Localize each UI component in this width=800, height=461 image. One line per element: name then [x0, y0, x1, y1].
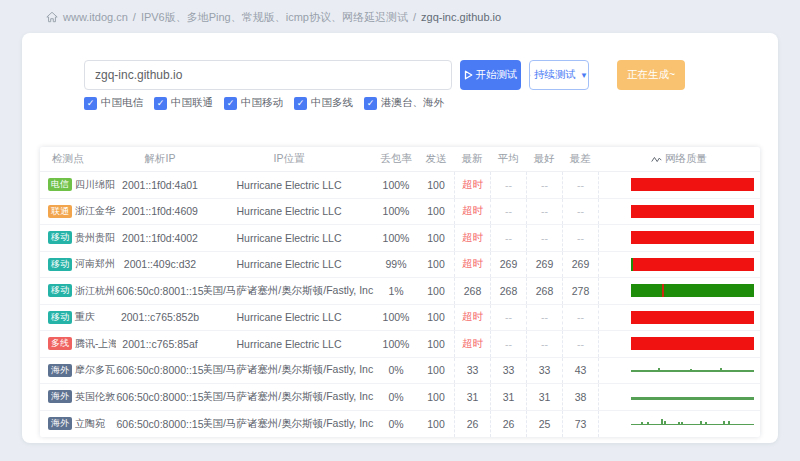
cell-best: 31: [526, 384, 562, 410]
filter-item-2[interactable]: ✓中国移动: [224, 96, 283, 110]
column-header-6: 平均: [490, 147, 526, 171]
column-header-label: 解析IP: [145, 152, 176, 166]
cell-sent: 100: [418, 199, 454, 225]
cell-location: Hurricane Electric LLC: [204, 331, 374, 357]
filter-label: 中国电信: [101, 96, 143, 110]
check-icon[interactable]: ✓: [224, 97, 237, 110]
cell-latest: 33: [454, 358, 490, 384]
column-header-label: 检测点: [52, 152, 84, 166]
sparkline-spike: [678, 422, 680, 424]
cell-worst: --: [562, 225, 598, 251]
filter-label: 中国多线: [311, 96, 353, 110]
sparkline-spike: [658, 368, 660, 370]
column-header-0: 检测点: [40, 147, 116, 171]
breadcrumb-separator: /: [133, 11, 136, 23]
cell-loss: 100%: [374, 225, 418, 251]
quality-wrap: [599, 416, 760, 432]
node-name: 摩尔多瓦: [75, 363, 115, 377]
cell-ip: 2606:50c0:8000::153: [116, 384, 204, 410]
filter-item-3[interactable]: ✓中国多线: [294, 96, 353, 110]
carrier-badge: 电信: [48, 178, 72, 191]
quality-wrap: [599, 178, 760, 191]
quality-wrap: [599, 311, 760, 324]
column-header-5: 最新: [454, 147, 490, 171]
cell-quality: [598, 358, 760, 384]
cell-best: 269: [526, 252, 562, 278]
sparkline-spike: [705, 422, 707, 424]
node-name: 浙江杭州: [75, 284, 115, 298]
sparkline-spike: [664, 421, 666, 424]
check-icon[interactable]: ✓: [364, 97, 377, 110]
check-icon[interactable]: ✓: [154, 97, 167, 110]
cell-latest: 268: [454, 278, 490, 304]
table-row: 移动浙江杭州2606:50c0:8001::153美国/马萨诸塞州/奥尔斯顿/F…: [40, 278, 760, 305]
cell-latest: 超时: [454, 172, 490, 198]
column-header-label: 最差: [570, 152, 591, 166]
filter-item-1[interactable]: ✓中国联通: [154, 96, 213, 110]
cell-latest: 超时: [454, 225, 490, 251]
sparkline-spike: [641, 422, 643, 424]
refresh-icon: [530, 70, 531, 81]
cell-ip: 2001::1f0d:4609: [116, 199, 204, 225]
sparkline-baseline: [631, 397, 754, 400]
cell-avg: --: [490, 172, 526, 198]
table-row: 移动重庆2001::c765:852bHurricane Electric LL…: [40, 305, 760, 332]
breadcrumb-section[interactable]: IPV6版、多地Ping、常规版、icmp协议、网络延迟测试: [141, 10, 408, 25]
table-row: 海外摩尔多瓦2606:50c0:8000::153美国/马萨诸塞州/奥尔斯顿/F…: [40, 358, 760, 385]
sparkline-baseline: [631, 424, 754, 426]
cell-node: 海外立陶宛: [40, 411, 116, 438]
breadcrumb-site[interactable]: www.itdog.cn: [63, 11, 128, 23]
cell-quality: [598, 331, 760, 357]
cell-best: --: [526, 199, 562, 225]
cell-sent: 100: [418, 384, 454, 410]
table-row: 移动河南郑州2001::409c:d32Hurricane Electric L…: [40, 252, 760, 279]
column-header-9: 网络质量: [598, 147, 760, 171]
sparkline-spike: [720, 368, 722, 370]
cell-best: --: [526, 172, 562, 198]
cell-location: Hurricane Electric LLC: [204, 305, 374, 331]
filter-label: 中国移动: [241, 96, 283, 110]
generating-button[interactable]: 正在生成~: [617, 60, 685, 90]
column-header-7: 最好: [526, 147, 562, 171]
column-header-label: 丢包率: [380, 152, 412, 166]
quality-wrap: [599, 258, 760, 271]
cell-loss: 100%: [374, 172, 418, 198]
cell-node: 海外英国伦敦: [40, 384, 116, 410]
quality-sparkline: [631, 362, 754, 378]
cell-best: --: [526, 225, 562, 251]
quality-bar-marker: [662, 284, 664, 297]
check-icon[interactable]: ✓: [84, 97, 97, 110]
quality-wrap: [599, 389, 760, 405]
carrier-badge: 多线: [48, 337, 72, 350]
cell-quality: [598, 199, 760, 225]
cell-location: Hurricane Electric LLC: [204, 199, 374, 225]
table-row: 海外英国伦敦2606:50c0:8000::153美国/马萨诸塞州/奥尔斯顿/F…: [40, 384, 760, 411]
table-row: 电信四川绵阳2001::1f0d:4a01Hurricane Electric …: [40, 172, 760, 199]
breadcrumb-target: zgq-inc.github.io: [421, 11, 501, 23]
cell-node: 移动贵州贵阳: [40, 225, 116, 251]
sparkline-spike: [647, 422, 649, 424]
column-header-1: 解析IP: [116, 147, 204, 171]
cell-loss: 0%: [374, 384, 418, 410]
carrier-badge: 移动: [48, 284, 72, 297]
cell-avg: --: [490, 305, 526, 331]
carrier-badge: 海外: [48, 390, 72, 403]
quality-sparkline: [631, 389, 754, 405]
cell-sent: 100: [418, 172, 454, 198]
check-icon[interactable]: ✓: [294, 97, 307, 110]
cell-sent: 100: [418, 278, 454, 304]
cell-latest: 26: [454, 411, 490, 438]
start-test-button[interactable]: 开始测试: [460, 60, 521, 90]
host-input[interactable]: [84, 60, 452, 90]
filter-item-0[interactable]: ✓中国电信: [84, 96, 143, 110]
cell-quality: [598, 411, 760, 438]
cell-worst: 43: [562, 358, 598, 384]
cell-best: 25: [526, 411, 562, 438]
filter-item-4[interactable]: ✓港澳台、海外: [364, 96, 444, 110]
cell-avg: --: [490, 331, 526, 357]
table-row: 联通浙江金华2001::1f0d:4609Hurricane Electric …: [40, 199, 760, 226]
cell-worst: --: [562, 305, 598, 331]
continuous-test-button[interactable]: 持续测试 ▼: [529, 60, 589, 90]
quality-bar: [631, 178, 754, 191]
cell-location: Hurricane Electric LLC: [204, 252, 374, 278]
